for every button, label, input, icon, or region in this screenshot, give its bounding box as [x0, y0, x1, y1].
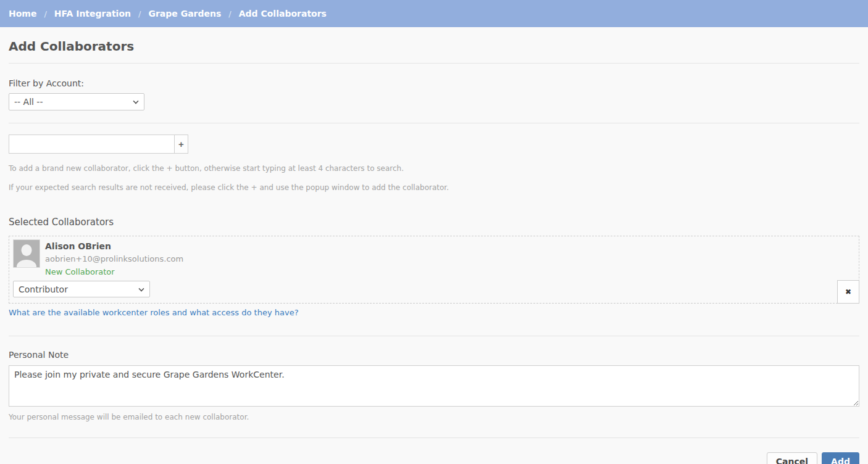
- page-title: Add Collaborators: [9, 27, 859, 63]
- selected-collaborators-section: Selected Collaborators Alison OBrien aob…: [9, 192, 859, 318]
- selected-collaborators-heading: Selected Collaborators: [9, 217, 859, 228]
- breadcrumb: Home / HFA Integration / Grape Gardens /…: [0, 0, 868, 27]
- filter-section: Filter by Account: -- All --: [9, 64, 859, 123]
- search-help-text-2: If your expected search results are not …: [9, 183, 859, 192]
- breadcrumb-separator: /: [138, 9, 141, 19]
- breadcrumb-separator: /: [44, 9, 46, 19]
- personal-note-section: Personal Note Please join my private and…: [9, 336, 859, 421]
- breadcrumb-home[interactable]: Home: [9, 9, 36, 19]
- search-section: + To add a brand new collaborator, click…: [9, 123, 859, 192]
- collaborator-role-select[interactable]: Contributor: [13, 281, 150, 297]
- search-help-text-1: To add a brand new collaborator, click t…: [9, 164, 859, 173]
- add-new-collaborator-button[interactable]: +: [175, 135, 188, 154]
- breadcrumb-add-collaborators[interactable]: Add Collaborators: [239, 9, 327, 19]
- workcenter-roles-link[interactable]: What are the available workcenter roles …: [9, 308, 299, 317]
- collaborator-email: aobrien+10@prolinksolutions.com: [45, 252, 183, 265]
- close-icon: ✖: [845, 288, 851, 296]
- footer-actions: Cancel Add: [9, 438, 859, 464]
- breadcrumb-grape-gardens[interactable]: Grape Gardens: [148, 9, 221, 19]
- add-button[interactable]: Add: [822, 452, 859, 464]
- cancel-button[interactable]: Cancel: [767, 452, 817, 464]
- personal-note-textarea[interactable]: Please join my private and secure Grape …: [9, 365, 859, 407]
- breadcrumb-hfa-integration[interactable]: HFA Integration: [54, 9, 131, 19]
- avatar: [13, 239, 40, 268]
- filter-by-account-label: Filter by Account:: [9, 78, 859, 88]
- plus-icon: +: [178, 139, 184, 149]
- personal-note-label: Personal Note: [9, 350, 859, 360]
- breadcrumb-separator: /: [228, 9, 231, 19]
- collaborator-status-badge: New Collaborator: [45, 265, 183, 278]
- account-filter-select[interactable]: -- All --: [9, 93, 144, 110]
- collaborator-name: Alison OBrien: [45, 240, 183, 252]
- personal-note-help-text: Your personal message will be emailed to…: [9, 413, 859, 421]
- remove-collaborator-button[interactable]: ✖: [837, 280, 859, 304]
- collaborator-search-input[interactable]: [9, 135, 175, 154]
- collaborator-card: Alison OBrien aobrien+10@prolinksolution…: [9, 236, 859, 304]
